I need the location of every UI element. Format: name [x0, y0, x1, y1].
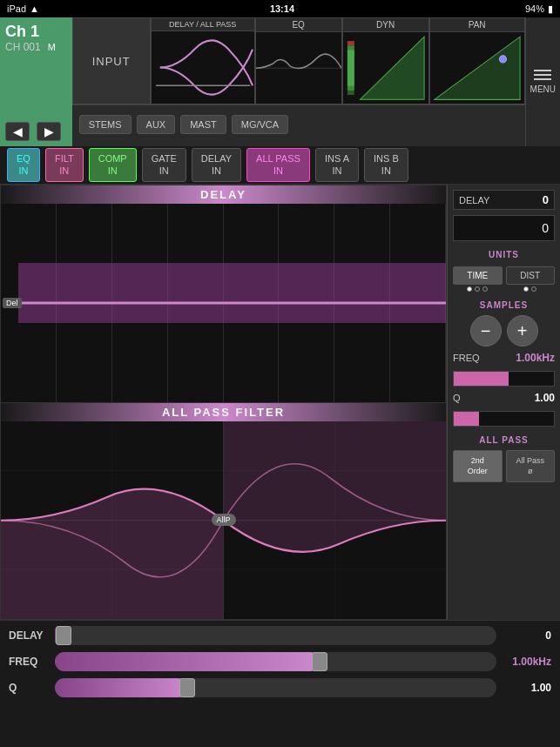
q-slider-thumb[interactable] [179, 678, 195, 697]
freq-value: 1.00kHz [516, 352, 555, 364]
delay-allpass-box[interactable]: DELAY / ALL PASS [151, 17, 255, 104]
pan-visual [430, 32, 524, 104]
main-content: DELAY Del ALL PASS FILT [0, 185, 560, 620]
menu-button[interactable]: MENU [525, 17, 560, 146]
pan-label: PAN [430, 18, 524, 32]
delay-display-box[interactable]: 0 [453, 215, 555, 241]
delay-slider-label: DELAY [9, 629, 48, 642]
dist-button[interactable]: DIST [506, 266, 556, 285]
channel-name: Ch 1 [5, 23, 67, 41]
delay-line [18, 301, 446, 304]
battery-icon: ▮ [548, 3, 553, 15]
q-value: 1.00 [535, 392, 555, 404]
filt-in-button[interactable]: FILTIN [45, 148, 84, 181]
mgvca-button[interactable]: MG/VCA [232, 115, 288, 134]
channel-m-label: M [48, 42, 56, 52]
delay-fill [18, 263, 446, 322]
eq-visual [256, 32, 341, 104]
right-panel: DELAY 0 0 UNITS TIME DIST [447, 185, 560, 620]
delay-display: Del [1, 204, 446, 402]
units-row: TIME DIST [453, 266, 555, 292]
samples-minus-button[interactable]: − [470, 315, 502, 347]
stems-button[interactable]: STEMS [79, 115, 132, 134]
q-slider-track[interactable] [55, 678, 496, 697]
delay-slider-track[interactable] [55, 626, 496, 645]
input-box: INPUT [72, 17, 151, 104]
eq-in-button[interactable]: EQIN [7, 148, 40, 181]
bottom-sliders: DELAY 0 FREQ 1.00kHz Q 1.00 [0, 620, 560, 716]
delay-right-label: DELAY [459, 195, 489, 205]
status-time: 13:14 [270, 3, 294, 14]
panels-area: DELAY Del ALL PASS FILT [0, 185, 447, 620]
allpass-tag: AllP [211, 514, 235, 526]
aux-button[interactable]: AUX [137, 115, 176, 134]
delay-allpass-visual [152, 31, 254, 104]
freq-row: FREQ 1.00kHz [453, 352, 555, 364]
status-left: iPad ▲ [7, 3, 39, 14]
mast-button[interactable]: MAST [180, 115, 226, 134]
delay-slider-row: DELAY 0 [9, 626, 551, 645]
menu-label: MENU [530, 84, 556, 94]
status-bar: iPad ▲ 13:14 94% ▮ [0, 0, 560, 17]
prev-button[interactable]: ◀ [5, 122, 30, 141]
q-slider-value: 1.00 [503, 682, 551, 694]
dyn-box[interactable]: DYN [342, 17, 429, 104]
q-slider-fill [454, 412, 479, 426]
eq-label: EQ [256, 18, 341, 32]
freq-mini-slider[interactable] [453, 371, 555, 387]
channel-box: Ch 1 CH 001 M ◀ ▶ [0, 17, 72, 146]
radio-dot-4 [523, 286, 529, 292]
radio-dot-5 [531, 286, 536, 292]
delay-panel: DELAY Del [0, 185, 447, 403]
radio-dot-1 [467, 286, 472, 292]
q-label: Q [453, 393, 461, 403]
header-middle: INPUT DELAY / ALL PASS [72, 17, 525, 146]
allpass-panel-title: ALL PASS FILTER [1, 403, 446, 421]
order-2nd-button[interactable]: 2ndOrder [453, 450, 503, 482]
dist-unit-group: DIST [506, 266, 556, 292]
delay-allpass-label: DELAY / ALL PASS [152, 18, 254, 31]
menu-icon [534, 70, 551, 80]
radio-dot-2 [475, 286, 480, 292]
delay-value-box: DELAY 0 [453, 190, 555, 210]
delay-slider-value: 0 [503, 629, 551, 642]
freq-slider-thumb[interactable] [312, 652, 327, 671]
gate-in-button[interactable]: GATEIN [142, 148, 186, 181]
allpass-phi-button[interactable]: All Passø [506, 450, 556, 482]
ipad-label: iPad [7, 3, 26, 14]
time-radio-dots [453, 286, 503, 292]
header: Ch 1 CH 001 M ◀ ▶ INPUT DELAY / ALL PASS [0, 17, 560, 146]
dyn-visual [343, 32, 428, 104]
delay-in-button[interactable]: DELAYIN [192, 148, 241, 181]
q-slider-fill [55, 678, 187, 697]
radio-dot-3 [482, 286, 488, 292]
header-top-row: INPUT DELAY / ALL PASS [72, 17, 525, 104]
ins-b-button[interactable]: INS BIN [364, 148, 408, 181]
comp-in-button[interactable]: COMPIN [89, 148, 137, 181]
q-mini-slider[interactable] [453, 411, 555, 427]
units-label: UNITS [453, 250, 555, 259]
q-slider-row: Q 1.00 [9, 678, 551, 697]
freq-slider-fill [55, 652, 320, 671]
eq-box[interactable]: EQ [255, 17, 342, 104]
freq-slider-fill [454, 372, 509, 386]
samples-plus-button[interactable]: + [507, 315, 538, 347]
allpass-in-button[interactable]: ALL PASSIN [246, 148, 310, 181]
time-unit-group: TIME [453, 266, 503, 292]
samples-label: SAMPLES [453, 300, 555, 310]
next-button[interactable]: ▶ [37, 122, 61, 141]
ins-a-button[interactable]: INS AIN [315, 148, 359, 181]
freq-slider-track[interactable] [55, 652, 496, 671]
input-label: INPUT [92, 55, 131, 68]
freq-label: FREQ [453, 353, 480, 363]
header-nav-row: STEMS AUX MAST MG/VCA [72, 104, 525, 143]
pan-box[interactable]: PAN [429, 17, 525, 104]
status-right: 94% ▮ [525, 3, 553, 15]
svg-point-12 [499, 56, 506, 63]
channel-number: CH 001 [5, 41, 41, 53]
time-button[interactable]: TIME [453, 266, 503, 285]
delay-panel-title: DELAY [1, 185, 446, 204]
delay-slider-thumb[interactable] [56, 626, 71, 645]
freq-slider-value: 1.00kHz [503, 656, 551, 668]
dist-radio-dots [506, 286, 556, 292]
